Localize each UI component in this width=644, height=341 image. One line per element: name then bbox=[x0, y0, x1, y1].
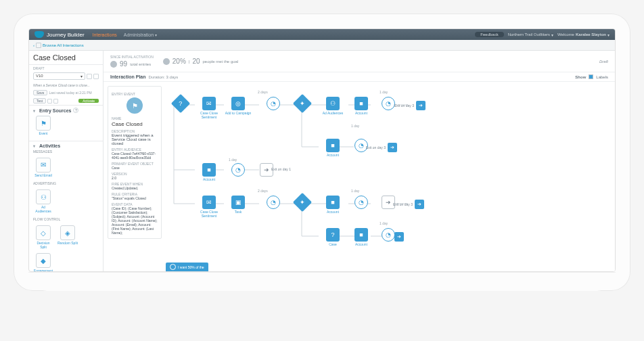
clock-icon: ◔ bbox=[386, 100, 391, 107]
decision-split-tile[interactable]: ◇Decision Split bbox=[33, 225, 53, 249]
collapse-icon: ▾ bbox=[33, 143, 37, 147]
goal-icon bbox=[163, 58, 170, 65]
entries-count: 99 bbox=[120, 60, 127, 68]
task-icon: ▣ bbox=[235, 199, 242, 206]
test-button[interactable]: Test bbox=[33, 98, 46, 104]
help-icon[interactable]: ? bbox=[73, 108, 78, 113]
people-icon: ⚇ bbox=[330, 100, 336, 107]
exit-label: Exit on day 1 bbox=[271, 167, 291, 171]
ad-audiences-node[interactable]: ⚇Ad Audiences bbox=[319, 97, 347, 116]
spark-icon: ✦ bbox=[300, 100, 305, 107]
engagement-icon: ◆ bbox=[41, 257, 46, 265]
wait-label: 2 days bbox=[258, 90, 268, 94]
goal-percent: 20% bbox=[172, 58, 186, 65]
task-node[interactable]: ▣Task bbox=[224, 196, 252, 214]
redo-icon[interactable] bbox=[53, 99, 58, 104]
folder-icon: ■ bbox=[359, 231, 363, 238]
user-menu[interactable]: Welcome Karalee Slayton▾ bbox=[557, 32, 610, 37]
exit-icon: ➜ bbox=[264, 166, 269, 173]
goal-flag[interactable]: I want 50% of the bbox=[166, 263, 208, 271]
breadcrumb-bar: ‹ Browse All Interactions bbox=[29, 40, 615, 51]
clock-icon: ◔ bbox=[359, 199, 364, 206]
entry-event-tile[interactable]: ⚑Event bbox=[33, 116, 53, 136]
send-email-tile[interactable]: ✉Send Email bbox=[33, 158, 53, 178]
goal-label: people met the goal bbox=[203, 60, 239, 64]
people-icon bbox=[110, 61, 117, 68]
entries-label: total entries bbox=[130, 62, 151, 66]
decision-node[interactable]: ? bbox=[166, 97, 195, 110]
exit-node[interactable]: Exit on day 3➜ bbox=[366, 143, 397, 152]
wait-label: 1 day bbox=[380, 221, 388, 225]
folder-icon: ■ bbox=[331, 142, 334, 149]
app-name: Journey Builder bbox=[47, 32, 85, 38]
delete-icon[interactable] bbox=[93, 74, 99, 79]
flow-control-subheader: FLOW CONTROL bbox=[33, 216, 99, 223]
folder-icon: ■ bbox=[331, 199, 334, 206]
account-node[interactable]: ■Account bbox=[319, 139, 347, 158]
page-title: Case Closed bbox=[33, 53, 99, 62]
account-node[interactable]: ■Account bbox=[319, 196, 347, 214]
exit-node[interactable]: Exit on day 3➜ bbox=[394, 101, 426, 110]
exit-node[interactable]: ➜ bbox=[394, 232, 404, 242]
save-button[interactable]: Save bbox=[33, 90, 47, 95]
browse-link[interactable]: Browse All Interactions bbox=[43, 43, 84, 47]
back-icon[interactable]: ‹ bbox=[33, 43, 34, 47]
wait-node[interactable]: ◔ bbox=[259, 196, 288, 209]
account-node[interactable]: ■Account bbox=[347, 228, 375, 247]
labels-toggle[interactable] bbox=[589, 74, 593, 79]
gear-icon[interactable] bbox=[87, 74, 92, 79]
activate-button[interactable]: Activate bbox=[78, 99, 99, 103]
goal-count: 20 bbox=[192, 58, 200, 65]
messages-subheader: MESSAGES bbox=[33, 148, 99, 155]
exit-icon: ➜ bbox=[386, 199, 391, 206]
folder-icon: ■ bbox=[207, 166, 210, 173]
exit-node[interactable]: Exit on day 3➜ bbox=[393, 200, 424, 209]
wait-node[interactable]: ◔ bbox=[347, 196, 375, 209]
engagement-node[interactable]: ✦ bbox=[288, 97, 317, 110]
people-icon: ⚇ bbox=[41, 194, 47, 201]
campaign-node[interactable]: ◎Add to Campaign bbox=[224, 97, 252, 116]
spark-icon: ✦ bbox=[300, 199, 305, 206]
clock-icon: ◔ bbox=[271, 199, 276, 206]
draft-label: DRAFT bbox=[29, 65, 103, 70]
show-label: Show bbox=[575, 75, 586, 79]
chevron-down-icon: ▾ bbox=[155, 32, 157, 37]
email-node[interactable]: ✉Case Close Sentiment bbox=[195, 196, 223, 218]
email-node[interactable]: ✉Case Close Sentiment bbox=[195, 97, 223, 119]
ad-audiences-tile[interactable]: ⚇Ad Audiences bbox=[33, 189, 53, 213]
clock-icon: ◔ bbox=[386, 231, 391, 238]
envelope-icon: ✉ bbox=[41, 161, 46, 168]
entry-sources-header[interactable]: ▾Entry Sources? bbox=[33, 108, 99, 113]
plan-bar: Interaction Plan Duration: 3 days Show L… bbox=[104, 72, 615, 82]
stats-bar: SINCE INITIAL ACTIVATION 99 total entrie… bbox=[104, 51, 615, 72]
when-note: When a Service Cloud case is close... bbox=[29, 82, 103, 89]
engagement-split-tile[interactable]: ◆Engagement Split bbox=[33, 253, 53, 271]
target-icon: ◎ bbox=[235, 100, 241, 107]
wait-label: 1 day bbox=[229, 158, 237, 162]
undo-icon[interactable] bbox=[47, 99, 52, 104]
wait-label: 2 days bbox=[258, 189, 268, 193]
engagement-node[interactable]: ✦ bbox=[288, 196, 317, 209]
flow-canvas[interactable]: ENTRY EVENT ⚑ NAMECase Closed DESCRIPTIO… bbox=[104, 82, 615, 271]
account-node[interactable]: ■Account bbox=[195, 163, 223, 182]
top-bar: Journey Builder Interactions Administrat… bbox=[29, 29, 615, 40]
wait-node[interactable]: ◔ bbox=[259, 97, 288, 110]
wait-node[interactable]: ◔ bbox=[224, 163, 252, 177]
feedback-button[interactable]: Feedback bbox=[475, 32, 503, 37]
wait-label: 1 day bbox=[380, 90, 388, 94]
grid-icon[interactable] bbox=[36, 43, 41, 48]
diamond-icon: ◇ bbox=[41, 229, 46, 237]
version-select[interactable]: V10▾ bbox=[33, 72, 85, 80]
activities-header[interactable]: ▾Activities bbox=[33, 143, 99, 148]
account-node[interactable]: ■Account bbox=[347, 97, 375, 116]
chevron-down-icon: ▾ bbox=[607, 32, 610, 37]
random-icon: ◈ bbox=[65, 229, 70, 237]
labels-label: Labels bbox=[596, 75, 608, 79]
last-saved-label: Last saved today at 2:21 PM bbox=[49, 91, 91, 95]
case-node[interactable]: ?Case bbox=[319, 228, 347, 247]
org-switcher[interactable]: Northern Trail Outfitters▾ bbox=[508, 32, 553, 37]
random-split-tile[interactable]: ◈Random Split bbox=[58, 225, 78, 249]
nav-administration[interactable]: Administration▾ bbox=[124, 32, 157, 37]
nav-interactions[interactable]: Interactions bbox=[93, 32, 117, 37]
exit-icon: ➜ bbox=[415, 200, 424, 209]
